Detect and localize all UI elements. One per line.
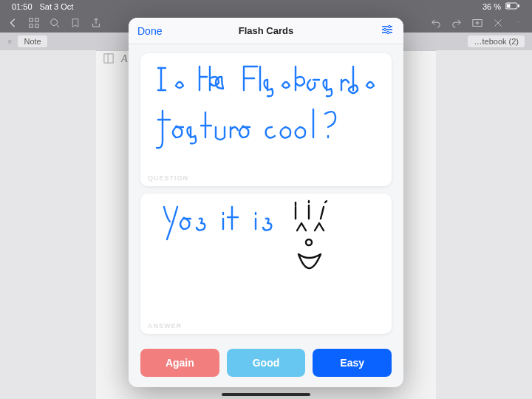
question-label: QUESTION [148,174,188,182]
svg-point-9 [517,21,518,22]
modal-title: Flash Cards [129,25,403,36]
search-icon[interactable] [49,17,61,29]
answer-card[interactable]: ANSWER [140,194,392,334]
sliders-icon [381,24,393,37]
settings-button[interactable] [380,24,395,38]
add-tab-icon[interactable] [471,17,483,29]
status-bar: 01:50 Sat 3 Oct 36 % [0,0,532,13]
modal-header: Done Flash Cards [129,18,403,44]
svg-rect-1 [507,4,511,8]
svg-point-13 [388,25,390,27]
grid-icon[interactable] [28,17,40,29]
undo-icon[interactable] [430,17,442,29]
status-time: 01:50 [12,2,33,11]
svg-rect-4 [35,18,38,21]
svg-point-7 [51,19,58,26]
bookmark-icon[interactable] [69,17,81,29]
close-icon[interactable] [492,17,504,29]
again-button[interactable]: Again [140,349,219,377]
battery-icon [505,2,520,11]
close-tab-icon[interactable]: × [7,37,12,46]
more-icon[interactable] [513,17,525,29]
share-icon[interactable] [90,17,102,29]
svg-point-14 [383,28,386,30]
home-indicator[interactable] [222,393,310,396]
question-handwriting [140,53,392,186]
svg-rect-5 [30,24,33,27]
text-style-icon[interactable]: A [121,53,128,66]
svg-rect-6 [35,24,38,27]
tab-note[interactable]: Note [18,35,47,47]
battery-percent: 36 % [482,2,501,11]
page-layout-icon[interactable] [103,53,114,66]
flashcards-modal: Done Flash Cards [129,18,403,387]
svg-point-10 [519,21,519,22]
status-date: Sat 3 Oct [40,2,74,11]
svg-point-16 [306,239,312,245]
question-card[interactable]: QUESTION [140,53,392,186]
svg-rect-2 [518,4,519,7]
redo-icon[interactable] [451,17,463,29]
rating-buttons: Again Good Easy [129,341,403,387]
svg-point-11 [519,21,520,22]
svg-point-15 [386,31,389,33]
tab-notebook[interactable]: …tebook (2) [468,35,525,47]
svg-rect-3 [30,18,33,21]
answer-handwriting [140,194,392,334]
svg-rect-12 [104,54,113,63]
answer-label: ANSWER [148,322,182,330]
done-button[interactable]: Done [137,25,162,37]
back-icon[interactable] [7,17,19,29]
easy-button[interactable]: Easy [313,349,392,377]
good-button[interactable]: Good [227,349,306,377]
